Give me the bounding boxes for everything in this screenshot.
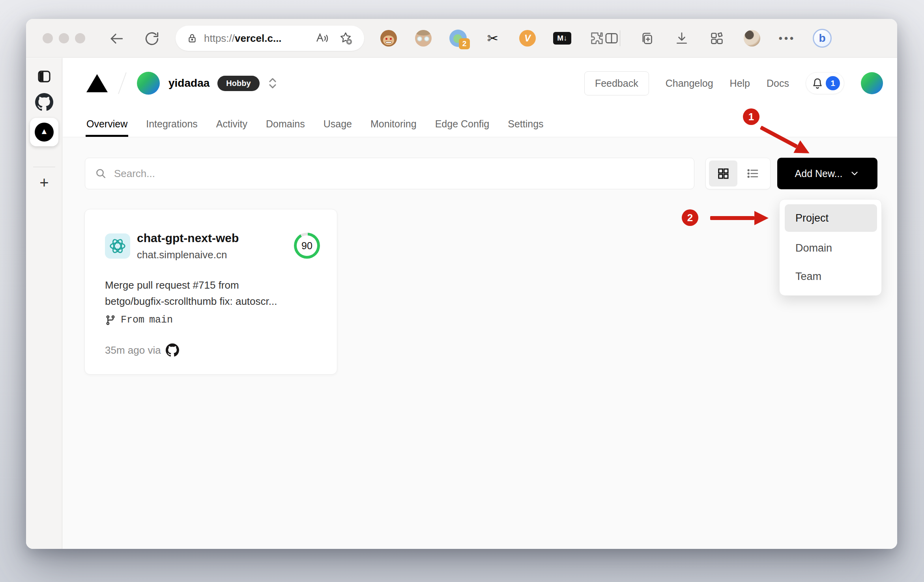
github-icon [35,93,53,111]
extensions-row: 2 ✂ V M↓ [377,19,608,58]
back-button[interactable] [108,30,125,47]
close-window-button[interactable] [43,33,53,43]
browser-essentials-icon[interactable] [705,30,728,46]
plan-badge: Hobby [217,76,259,91]
reload-button[interactable] [143,30,161,47]
branch-line: From main [105,314,173,326]
list-view-icon [746,166,760,181]
back-arrow-icon [108,30,125,47]
add-new-dropdown: Project Domain Team [779,199,882,296]
downloads-icon[interactable] [670,30,693,46]
project-toolbar: Add New... [85,158,877,189]
toolbar-right-icons: ••• b [600,19,834,58]
url-host: vercel.c... [235,32,282,44]
notification-count-badge: 1 [826,76,840,90]
more-menu-icon[interactable]: ••• [776,32,799,45]
panel-toggle-icon [36,68,52,85]
avatar-extension-icon[interactable] [412,30,435,47]
traffic-lights [43,33,85,43]
sidebar-item-vercel-active[interactable]: ▲ [26,118,62,146]
github-source-icon [166,343,179,357]
annotation-arrow-2 [710,211,769,225]
project-search [85,158,694,189]
url-scheme: https:// [204,32,235,44]
bing-chat-icon[interactable]: b [811,29,834,48]
zoom-window-button[interactable] [75,33,85,43]
sidebar-toggle-button[interactable] [26,68,62,85]
video-extension-icon[interactable]: V [516,30,539,47]
tab-activity[interactable]: Activity [216,111,247,137]
bell-icon [810,76,825,91]
plus-icon: + [39,175,49,190]
tab-domains[interactable]: Domains [266,111,305,137]
team-switcher-icon[interactable] [266,75,279,91]
search-input[interactable] [114,168,685,180]
edge-sidebar: ▲ + [26,58,62,549]
dashboard-tabs: Overview Integrations Activity Domains U… [86,111,544,137]
reload-icon [143,30,161,47]
tab-overview[interactable]: Overview [86,111,127,137]
tab-edge-config[interactable]: Edge Config [435,111,490,137]
feedback-button[interactable]: Feedback [584,71,649,95]
read-aloud-icon[interactable] [315,31,329,45]
changelog-link[interactable]: Changelog [666,78,713,89]
openai-logo-icon [108,237,127,255]
project-favicon [105,233,130,259]
sidebar-item-github[interactable] [26,93,62,111]
score-ring: 90 [294,233,320,259]
breadcrumb-slash [118,72,127,94]
annotation-step-2: 2 [682,209,698,226]
tab-integrations[interactable]: Integrations [146,111,198,137]
tab-settings[interactable]: Settings [508,111,543,137]
address-bar[interactable]: https://vercel.c... [176,26,364,51]
commit-message: Merge pull request #715 from betgo/bugfi… [105,277,318,310]
team-name: yidadaa [168,77,209,90]
browser-toolbar: https://vercel.c... 2 [26,19,897,58]
browser-window: https://vercel.c... 2 [26,19,897,549]
markdown-extension-icon[interactable]: M↓ [551,32,574,45]
sidebar-divider [33,167,55,167]
lock-icon [187,33,198,44]
minimize-window-button[interactable] [59,33,69,43]
docs-link[interactable]: Docs [767,78,789,89]
score-value: 90 [301,240,312,252]
add-new-label: Add New... [795,168,843,179]
chevron-down-icon [849,168,860,179]
menu-item-team[interactable]: Team [785,263,877,290]
deploy-time: 35m ago via [105,343,179,357]
extension-count-badge: 2 [459,38,470,49]
grid-view-icon [716,167,730,180]
list-view-button[interactable] [739,160,767,187]
grid-view-button[interactable] [709,160,737,187]
branch-name: main [149,314,173,326]
annotation-step-1: 1 [743,108,759,125]
tab-usage[interactable]: Usage [324,111,352,137]
tampermonkey-extension-icon[interactable] [377,30,400,47]
vercel-logo[interactable] [86,74,108,92]
scissors-extension-icon[interactable]: ✂ [481,30,504,46]
project-name: chat-gpt-next-web [137,231,239,245]
menu-item-domain[interactable]: Domain [785,234,877,262]
view-toggle [705,158,771,189]
menu-item-project[interactable]: Project [785,204,877,232]
status-extension-icon[interactable]: 2 [447,30,469,47]
user-avatar[interactable] [861,72,883,94]
vercel-dashboard: yidadaa Hobby Feedback Changelog Help Do… [63,58,897,549]
git-branch-icon [105,315,116,326]
add-favorite-star-icon[interactable] [338,31,353,46]
collections-icon[interactable] [635,30,658,46]
tab-monitoring[interactable]: Monitoring [370,111,417,137]
sidebar-add-button[interactable]: + [26,175,62,190]
team-avatar [137,72,160,95]
vercel-triangle-icon: ▲ [40,127,49,136]
search-icon [95,167,107,180]
notifications-button[interactable]: 1 [806,72,844,94]
browser-profile-avatar[interactable] [741,30,763,47]
help-link[interactable]: Help [730,78,750,89]
project-card[interactable]: chat-gpt-next-web chat.simplenaive.cn 90… [84,209,337,375]
add-new-button[interactable]: Add New... [777,158,877,189]
url-text: https://vercel.c... [204,32,282,45]
project-domain[interactable]: chat.simplenaive.cn [137,249,227,261]
branch-from-label: From [121,314,144,326]
split-screen-icon[interactable] [600,30,623,46]
